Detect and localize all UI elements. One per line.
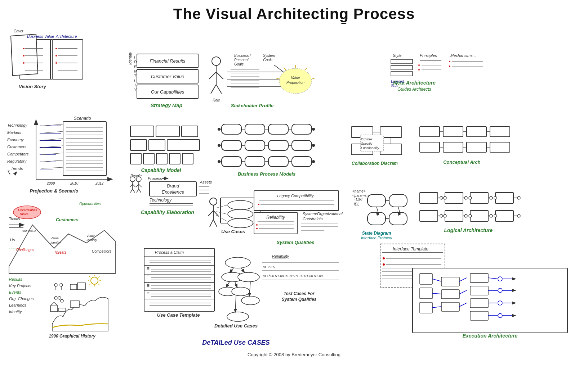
svg-rect-140 [245,124,265,134]
svg-rect-152 [268,140,288,150]
svg-text:D: D [134,60,137,64]
svg-text:Mechanisms ..: Mechanisms .. [450,53,476,58]
svg-line-419 [89,284,90,285]
capability-elab-group: People Process Brand Excellence Assets T… [130,174,212,215]
svg-text:<params>: <params> [352,194,369,198]
svg-rect-382 [441,290,459,299]
svg-rect-379 [420,288,432,299]
svg-point-15 [55,55,57,56]
svg-rect-195 [467,142,486,152]
svg-point-371 [383,263,385,266]
svg-text:Identity: Identity [86,238,97,242]
svg-line-209 [136,184,139,187]
svg-rect-427 [77,283,85,290]
svg-line-347 [241,268,244,272]
svg-text:Copyright © 2008 by Bredemeyer: Copyright © 2008 by Bredemeyer Consultin… [248,352,340,357]
svg-text:Conceptual Arch: Conceptual Arch [443,159,481,165]
test-cases-group: Reliability 1a. 2 3 5 1a 1b00 R1-00 R1-0… [262,254,339,302]
meta-arch-group: Style Principles Mechanisms .. Layered S… [391,53,483,92]
state-diag-group: <name> <params> : UML IDL State Diagram … [352,189,407,240]
svg-text:Opportunities: Opportunities [79,202,101,206]
svg-text:Collaboration Diacram: Collaboration Diacram [352,161,398,166]
svg-rect-150 [222,140,241,150]
svg-point-207 [136,177,141,182]
svg-rect-232 [220,198,260,223]
svg-line-392 [459,290,467,294]
svg-text:State Diagram: State Diagram [362,231,391,236]
svg-rect-285 [420,211,438,221]
svg-point-275 [440,196,443,199]
svg-rect-67 [391,59,413,64]
svg-rect-162 [245,157,265,167]
svg-point-294 [469,214,472,217]
svg-text:☰: ☰ [147,284,150,288]
svg-text:E: E [134,65,137,69]
svg-text:Y: Y [134,88,137,92]
svg-rect-181 [360,135,384,151]
svg-rect-26 [137,69,198,83]
svg-text:Key Projects: Key Projects [9,284,31,288]
svg-text:Technology: Technology [150,198,172,203]
svg-line-54 [312,78,315,79]
svg-text:Events: Events [9,290,21,294]
svg-text:Use Cases: Use Cases [221,229,245,234]
svg-text:Economy: Economy [7,137,24,142]
svg-line-385 [432,293,441,294]
svg-line-351 [226,282,230,287]
svg-line-398 [488,278,498,279]
svg-line-41 [209,72,216,79]
svg-text:Value: Value [50,236,59,240]
svg-line-56 [276,78,279,79]
svg-point-6 [23,48,24,49]
svg-rect-151 [245,140,265,150]
svg-line-43 [211,85,216,94]
svg-rect-28 [137,85,198,99]
svg-rect-175 [380,127,402,137]
uc-template-group: Process a Claim ☰ ☰ ☰ ☰ Use Case Templat… [144,248,214,318]
svg-line-120 [41,167,63,168]
svg-line-212 [139,189,141,193]
svg-line-238 [216,215,227,221]
svg-point-350 [241,296,259,305]
svg-text:Regulatory: Regulatory [7,159,27,163]
svg-point-250 [256,228,258,229]
svg-text:Logical Architecture: Logical Architecture [444,227,493,233]
svg-text:Use Case Template: Use Case Template [157,312,200,318]
svg-text:Risks: Risks [20,212,28,216]
svg-text:IDL: IDL [354,202,360,206]
graphical-history-group: Results Key Projects Events Org. Changes… [9,275,108,339]
svg-point-345 [238,272,259,282]
svg-text:Customers: Customers [56,217,79,222]
svg-text:People: People [130,174,142,178]
detailed-use-cases-group: Detailed Use Cases DeTAILed Use CASES [202,257,270,346]
landscape-group: Opportunities Challenges Threats Competi… [9,202,115,273]
svg-text:Uncertainties: Uncertainties [18,208,37,212]
svg-line-228 [208,211,213,216]
svg-point-77 [449,61,450,62]
svg-line-421 [89,276,90,277]
svg-point-234 [228,209,253,219]
svg-point-235 [228,218,253,228]
svg-text:Functionality: Functionality [361,146,379,150]
svg-text:Trends: Trends [11,166,23,171]
svg-rect-130 [130,140,147,150]
svg-rect-193 [420,142,440,152]
logical-arch-group: Logical Architecture [420,193,520,233]
svg-line-229 [213,211,218,216]
svg-text:Specific: Specific [361,142,373,145]
svg-rect-163 [268,157,288,167]
capability-model-group: Capability Model [130,126,200,173]
svg-point-430 [61,299,63,302]
svg-text:Brand: Brand [167,183,179,189]
svg-rect-187 [443,127,463,137]
svg-rect-135 [156,153,167,164]
svg-rect-173 [351,127,373,137]
svg-line-415 [98,276,99,277]
svg-point-276 [444,196,446,199]
svg-rect-240 [254,191,339,211]
stakeholder-profile-group: Role Business / Personal Goals System Go… [209,54,315,108]
svg-text:Business /: Business / [234,54,251,58]
svg-rect-134 [143,153,154,164]
svg-point-293 [464,214,467,217]
svg-text:System: System [263,54,275,58]
